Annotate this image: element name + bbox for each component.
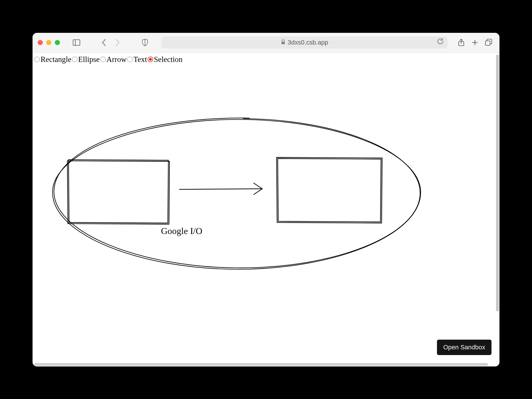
radio-icon (34, 57, 40, 62)
tool-label: Text (133, 55, 147, 64)
reload-icon[interactable] (437, 39, 444, 47)
tabs-overview-icon[interactable] (483, 37, 494, 48)
svg-rect-7 (485, 41, 490, 45)
browser-window: 3dxs0.csb.app (33, 33, 499, 366)
radio-icon (127, 57, 133, 62)
tool-label: Selection (154, 55, 182, 64)
url-bar[interactable]: 3dxs0.csb.app (162, 37, 448, 49)
url-text: 3dxs0.csb.app (288, 39, 328, 46)
maximize-window-button[interactable] (55, 40, 60, 45)
open-sandbox-button[interactable]: Open Sandbox (437, 340, 491, 355)
canvas-svg (33, 66, 499, 366)
vertical-scrollbar-thumb[interactable] (496, 55, 499, 311)
shape-ellipse[interactable] (53, 118, 421, 269)
traffic-lights (38, 40, 60, 45)
close-window-button[interactable] (38, 40, 43, 45)
shield-icon[interactable] (139, 37, 151, 48)
radio-icon (72, 57, 78, 62)
shape-rectangle-right[interactable] (277, 157, 382, 223)
tool-selection[interactable]: Selection (148, 55, 182, 64)
tool-ellipse[interactable]: Ellipse (72, 55, 100, 64)
horizontal-scrollbar-thumb[interactable] (34, 363, 488, 366)
tool-label: Ellipse (78, 55, 100, 64)
radio-icon (100, 57, 106, 62)
lock-icon (281, 39, 285, 46)
shape-rectangle-left[interactable] (67, 160, 170, 224)
canvas-text-label[interactable]: Google I/O (161, 226, 202, 236)
share-icon[interactable] (456, 37, 467, 48)
drawing-canvas[interactable]: Google I/O (33, 66, 499, 366)
tool-toolbar: Rectangle Ellipse Arrow Text Selection (33, 53, 499, 66)
new-tab-icon[interactable] (469, 37, 481, 48)
vertical-scrollbar[interactable] (495, 53, 499, 366)
minimize-window-button[interactable] (46, 40, 51, 45)
radio-icon (148, 57, 153, 62)
tool-arrow[interactable]: Arrow (100, 55, 126, 64)
page-content: Rectangle Ellipse Arrow Text Selection (33, 53, 499, 366)
tool-label: Arrow (106, 55, 126, 64)
horizontal-scrollbar[interactable] (33, 362, 499, 366)
sidebar-toggle-icon[interactable] (71, 37, 82, 48)
forward-icon[interactable] (112, 37, 123, 48)
svg-rect-2 (281, 42, 285, 44)
svg-rect-0 (73, 40, 80, 45)
tool-rectangle[interactable]: Rectangle (34, 55, 71, 64)
tool-text[interactable]: Text (127, 55, 147, 64)
tool-label: Rectangle (41, 55, 71, 64)
back-icon[interactable] (98, 37, 110, 48)
shape-arrow[interactable] (180, 183, 262, 194)
browser-chrome: 3dxs0.csb.app (33, 33, 499, 53)
